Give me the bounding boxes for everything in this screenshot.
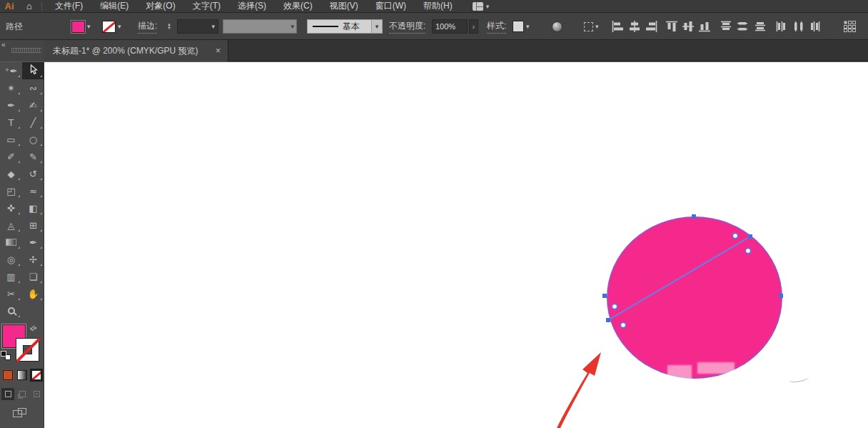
- width-tool[interactable]: ≈: [22, 182, 44, 199]
- eraser-tool[interactable]: ◆: [0, 165, 22, 182]
- puppet-warp-tool[interactable]: ✜: [0, 199, 22, 217]
- opacity-value[interactable]: 100%: [432, 19, 468, 34]
- line-segment-tool[interactable]: ╱: [22, 114, 44, 131]
- hand-tool[interactable]: ✋: [22, 285, 44, 302]
- draw-behind-mode-button[interactable]: [16, 388, 29, 400]
- style-swatch[interactable]: [513, 21, 524, 32]
- blend-tool[interactable]: ◎: [0, 251, 22, 268]
- gradient-mode-icon: [17, 370, 27, 380]
- document-tab[interactable]: 未标题-1* @ 200% (CMYK/GPU 预览) ×: [44, 40, 228, 61]
- recolor-artwork-button[interactable]: [552, 13, 562, 40]
- color-mode-button[interactable]: [1, 369, 14, 382]
- panel-grip[interactable]: [11, 48, 41, 53]
- hand-tool-icon: ✋: [27, 289, 39, 299]
- zoom-tool[interactable]: [0, 302, 22, 319]
- rectangle-tool[interactable]: ▭: [0, 131, 22, 148]
- direct-selection-tool[interactable]: [22, 62, 44, 79]
- vertical-align-top-button[interactable]: [665, 13, 678, 40]
- horizontal-distribute-center-button[interactable]: [792, 13, 805, 40]
- stroke-color-picker[interactable]: ▾: [102, 13, 121, 40]
- watermark-blob: [667, 362, 796, 381]
- perspective-grid-tool[interactable]: ◬: [0, 217, 22, 234]
- default-fill-stroke-icon[interactable]: [1, 351, 11, 360]
- transform-menu[interactable]: ▾: [584, 13, 599, 40]
- style-label[interactable]: 样式:: [487, 20, 506, 34]
- eyedropper-tool[interactable]: ✒: [22, 234, 44, 251]
- chevron-down-icon[interactable]: ▾: [526, 23, 530, 30]
- opacity-label[interactable]: 不透明度:: [389, 20, 425, 34]
- brush-definition-dropdown[interactable]: 基本 ▾: [307, 13, 383, 40]
- menu-item-7[interactable]: 窗口(W): [367, 0, 415, 12]
- curvature-tool[interactable]: ✍: [22, 96, 44, 114]
- paintbrush-tool[interactable]: ✐: [0, 148, 22, 165]
- horizontal-distribute-right-button[interactable]: [809, 13, 822, 40]
- horizontal-distribute-left-button[interactable]: [775, 13, 788, 40]
- vertical-align-bottom-button[interactable]: [698, 13, 711, 40]
- pen-tool[interactable]: ✒: [0, 96, 22, 114]
- opacity-more-button[interactable]: ›: [469, 19, 478, 34]
- none-mode-button[interactable]: [30, 369, 43, 382]
- tab-bar-empty: [228, 40, 868, 61]
- vertical-distribute-center-button[interactable]: [736, 13, 749, 40]
- shape-builder-tool[interactable]: ◧: [22, 199, 44, 217]
- ellipse-tool[interactable]: ○: [22, 131, 44, 148]
- home-icon[interactable]: ⌂: [19, 1, 40, 12]
- menu-item-3[interactable]: 文字(T): [184, 0, 229, 12]
- style-dropdown[interactable]: ▾: [513, 13, 530, 40]
- type-tool[interactable]: T: [0, 114, 22, 131]
- menu-item-1[interactable]: 编辑(E): [91, 0, 137, 12]
- width-profile-dropdown[interactable]: ▾: [223, 13, 297, 40]
- collapse-panel-icon[interactable]: «: [1, 41, 6, 49]
- menu-item-2[interactable]: 对象(O): [137, 0, 183, 12]
- chevron-down-icon[interactable]: ▾: [87, 23, 91, 30]
- draw-inside-mode-button[interactable]: [30, 388, 43, 400]
- opacity-field[interactable]: 100% ›: [432, 13, 478, 40]
- shaper-tool[interactable]: ✎: [22, 148, 44, 165]
- gradient-mode-button[interactable]: [16, 369, 29, 382]
- vertical-distribute-center-icon: [736, 21, 749, 32]
- swap-fill-stroke-icon[interactable]: ⇆: [28, 323, 39, 334]
- horizontal-align-center-button[interactable]: [628, 13, 641, 40]
- vertical-distribute-bottom-button[interactable]: [754, 13, 767, 40]
- stroke-weight-dropdown[interactable]: ▾: [177, 13, 218, 40]
- symbol-sprayer-tool[interactable]: ✢: [22, 251, 44, 268]
- menu-item-4[interactable]: 选择(S): [229, 0, 275, 12]
- gradient-tool[interactable]: [0, 234, 22, 251]
- draw-normal-mode-button[interactable]: [1, 388, 14, 400]
- lasso-tool[interactable]: ∾: [22, 79, 44, 96]
- fill-color-picker[interactable]: ▾: [71, 13, 91, 40]
- rotate-tool[interactable]: ↺: [22, 165, 44, 182]
- menu-item-6[interactable]: 视图(V): [321, 0, 367, 12]
- chevron-down-icon[interactable]: ▾: [371, 20, 382, 33]
- stroke-label[interactable]: 描边:: [138, 20, 157, 34]
- vertical-distribute-top-button[interactable]: [720, 13, 732, 40]
- menu-item-5[interactable]: 效果(C): [275, 0, 321, 12]
- horizontal-align-left-button[interactable]: [612, 13, 625, 40]
- menu-items: 文件(F)编辑(E)对象(O)文字(T)选择(S)效果(C)视图(V)窗口(W)…: [46, 0, 461, 12]
- change-screen-mode-button[interactable]: [13, 408, 27, 419]
- artboard-tool[interactable]: ❏: [22, 268, 44, 285]
- control-bar: 路径 ▾ ▾ 描边: ▲▼ ▾ ▾ 基本 ▾ 不透明度: 100%: [0, 13, 868, 40]
- pink-ellipse-shape[interactable]: [607, 217, 782, 379]
- tab-close-icon[interactable]: ×: [214, 46, 222, 56]
- scale-tool-icon: ◰: [6, 186, 15, 196]
- menu-item-8[interactable]: 帮助(H): [415, 0, 461, 12]
- slice-tool[interactable]: ✂: [0, 285, 22, 302]
- workspace-switcher[interactable]: ▾: [473, 2, 490, 11]
- vertical-align-center-button[interactable]: [682, 13, 695, 40]
- control-panel-options-button[interactable]: [844, 13, 856, 40]
- chevron-down-icon[interactable]: ▾: [118, 23, 121, 30]
- stroke-weight-stepper[interactable]: ▲▼: [167, 13, 173, 40]
- add-anchor-point-tool[interactable]: ⁺✒: [0, 62, 22, 79]
- magic-wand-tool[interactable]: ✶: [0, 79, 22, 96]
- horizontal-align-right-button[interactable]: [645, 13, 657, 40]
- stroke-color-indicator[interactable]: [16, 338, 39, 362]
- stroke-none-swatch[interactable]: [102, 21, 116, 33]
- horizontal-align-left-icon: [612, 21, 625, 32]
- mesh-tool[interactable]: ⊞: [22, 217, 44, 234]
- scale-tool[interactable]: ◰: [0, 182, 22, 199]
- artboard-canvas[interactable]: [45, 62, 868, 428]
- menu-item-0[interactable]: 文件(F): [46, 0, 91, 12]
- fill-color-swatch[interactable]: [71, 21, 85, 33]
- column-graph-tool[interactable]: ▥: [0, 268, 22, 285]
